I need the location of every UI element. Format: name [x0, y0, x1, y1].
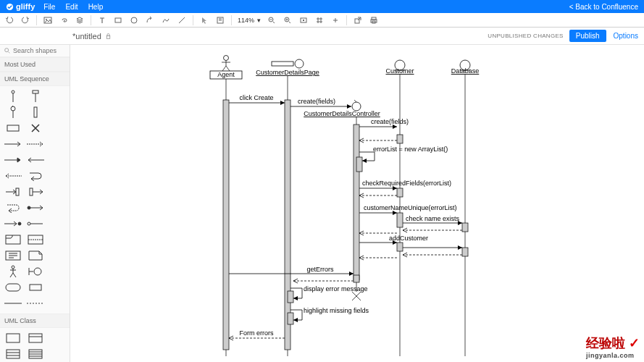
shape-ref-frame[interactable] — [1, 248, 24, 264]
shape-return-dash[interactable] — [1, 168, 24, 184]
shape-boundary[interactable] — [24, 264, 46, 279]
shape-control-lifeline[interactable] — [1, 104, 24, 120]
zoom-dropdown-icon[interactable]: ▾ — [257, 17, 261, 24]
zoom-value[interactable]: 114% — [238, 17, 254, 24]
menu-help[interactable]: Help — [88, 3, 104, 11]
svg-rect-20 — [16, 188, 19, 195]
shape-lost-message[interactable] — [1, 216, 24, 232]
shape-state[interactable] — [1, 279, 24, 295]
section-uml-sequence[interactable]: UML Sequence — [0, 72, 70, 86]
shape-opt-frame[interactable] — [24, 232, 46, 248]
shape-note[interactable] — [24, 248, 46, 264]
document-title[interactable]: *untitled — [72, 32, 101, 41]
svg-rect-19 — [7, 125, 19, 131]
shape-gate[interactable] — [24, 216, 46, 232]
shape-object-lifeline[interactable] — [24, 88, 46, 104]
text-icon[interactable] — [97, 15, 107, 25]
message-form-errors[interactable]: Form errors — [229, 329, 285, 340]
shape-return[interactable] — [24, 152, 46, 168]
watermark: 经验啦 ✓ jingyanla.com — [586, 334, 640, 359]
options-link[interactable]: Options — [614, 32, 638, 40]
shape-class-3[interactable] — [1, 346, 24, 362]
menu-file[interactable]: File — [43, 3, 55, 11]
activation-controller-ge[interactable] — [354, 275, 359, 282]
shape-destroy[interactable] — [24, 120, 46, 136]
zoom-fit-icon[interactable] — [298, 15, 309, 25]
activation-page-self1[interactable] — [288, 291, 293, 303]
shape-class-2[interactable] — [24, 330, 46, 346]
activation-controller[interactable] — [354, 125, 359, 280]
pointer-icon[interactable] — [199, 15, 209, 25]
activation-controller-self1[interactable] — [356, 157, 362, 172]
message-click-create[interactable]: click Create — [229, 94, 285, 105]
zoom-out-icon[interactable] — [267, 15, 277, 25]
message-highlight-missing[interactable]: highlight missing fields — [290, 307, 369, 322]
shape-found-message[interactable] — [24, 200, 46, 216]
activation-database-2[interactable] — [462, 248, 468, 256]
layers-icon[interactable] — [75, 15, 85, 25]
line-icon[interactable] — [177, 15, 187, 25]
activation-database-1[interactable] — [462, 223, 468, 232]
zoom-in-icon[interactable] — [283, 15, 293, 25]
shape-message-open[interactable] — [1, 152, 24, 168]
back-to-confluence-link[interactable]: < Back to Confluence — [569, 3, 638, 11]
section-most-used[interactable]: Most Used — [0, 57, 70, 72]
menu-edit[interactable]: Edit — [65, 3, 78, 11]
shape-class-rows[interactable] — [24, 346, 46, 362]
message-check-required[interactable]: checkRequiredFields(errorList) — [359, 180, 451, 198]
activation-page-self2[interactable] — [288, 313, 293, 324]
shapes-search-input[interactable] — [13, 47, 57, 54]
activation-agent[interactable] — [223, 100, 229, 350]
diagram-canvas[interactable]: Agent CustomerDetailsPage Customer — [70, 45, 644, 362]
activation-customer-4[interactable] — [397, 243, 403, 251]
grid-snap-icon[interactable] — [314, 15, 325, 25]
svg-text:display error message: display error message — [304, 285, 368, 292]
message-add-customer[interactable]: addCustomer — [359, 235, 462, 260]
activation-customer-2[interactable] — [397, 188, 403, 197]
undo-icon[interactable] — [4, 15, 14, 25]
shape-activation[interactable] — [24, 104, 46, 120]
shape-self-message[interactable] — [24, 168, 46, 184]
shape-sync-bar-left[interactable] — [24, 184, 46, 200]
message-name-unique[interactable]: customerNameUnique(errorList) — [359, 204, 457, 215]
svg-text:check name exists: check name exists — [406, 215, 460, 222]
shape-actor-stick[interactable] — [1, 264, 24, 279]
publish-button[interactable]: Publish — [569, 30, 606, 42]
popout-icon[interactable] — [353, 15, 363, 25]
rect-icon[interactable] — [113, 15, 123, 25]
activation-customer-1[interactable] — [397, 135, 403, 143]
activation-page[interactable] — [285, 100, 290, 350]
message-get-errors[interactable]: getErrors — [229, 266, 354, 283]
note-icon[interactable] — [215, 15, 225, 25]
svg-rect-50 — [272, 62, 293, 66]
redo-icon[interactable] — [20, 15, 30, 25]
link-icon[interactable] — [59, 15, 69, 25]
message-create-fields-1[interactable]: create(fields) — [290, 98, 351, 109]
shape-message-async[interactable] — [24, 136, 46, 152]
connector-icon[interactable] — [145, 15, 155, 25]
circle-icon[interactable] — [129, 15, 139, 25]
print-icon[interactable] — [369, 15, 379, 25]
grid-toggle-icon[interactable] — [330, 15, 340, 25]
shape-actor-lifeline[interactable] — [1, 88, 24, 104]
shape-class-simple[interactable] — [1, 330, 24, 346]
shape-separator[interactable] — [24, 295, 46, 311]
shape-self-return[interactable] — [1, 200, 24, 216]
unpublished-badge: UNPUBLISHED CHANGES — [488, 33, 563, 39]
shape-object[interactable] — [1, 120, 24, 136]
shape-box[interactable] — [24, 279, 46, 295]
shape-frame[interactable] — [1, 232, 24, 248]
image-icon[interactable] — [43, 15, 53, 25]
svg-text:CustomerDetailsPage: CustomerDetailsPage — [256, 69, 319, 76]
activation-customer-3[interactable] — [397, 213, 403, 227]
message-check-exists[interactable]: check name exists — [359, 215, 462, 235]
shape-sync-bar-right[interactable] — [1, 184, 24, 200]
svg-text:Form errors: Form errors — [240, 329, 274, 337]
svg-text:customerNameUnique(errorList): customerNameUnique(errorList) — [364, 204, 457, 211]
message-errorlist[interactable]: errorList = new ArrayList() — [359, 146, 448, 163]
shape-message[interactable] — [1, 136, 24, 152]
shape-constraint[interactable] — [1, 295, 24, 311]
section-uml-class[interactable]: UML Class — [0, 313, 70, 328]
message-display-error[interactable]: display error message — [290, 285, 368, 300]
freehand-icon[interactable] — [161, 15, 171, 25]
